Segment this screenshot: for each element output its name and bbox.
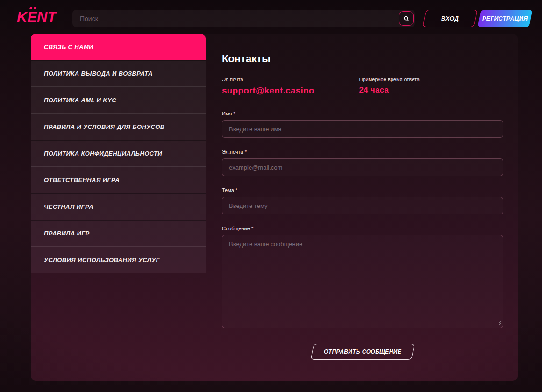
message-textarea[interactable] — [222, 235, 503, 328]
sidebar-item-6[interactable]: ЧЕСТНАЯ ИГРА — [31, 193, 206, 220]
kent-logo[interactable]: KENT — [17, 8, 56, 26]
email-field-group: Эл.почта* — [222, 149, 503, 176]
sidebar-item-label: УСЛОВИЯ ИСПОЛЬЗОВАНИЯ УСЛУГ — [44, 257, 160, 264]
main-panel: СВЯЗЬ С НАМИ ПОЛИТИКА ВЫВОДА И ВОЗВРАТА … — [31, 34, 518, 381]
sidebar-item-label: СВЯЗЬ С НАМИ — [44, 43, 93, 50]
register-button-label: РЕГИСТРАЦИЯ — [482, 15, 528, 22]
email-field-label: Эл.почта — [222, 149, 243, 155]
message-field-label: Сообщение — [222, 226, 250, 231]
sidebar-item-label: ПРАВИЛА ИГР — [44, 230, 90, 237]
sidebar-item-8[interactable]: УСЛОВИЯ ИСПОЛЬЗОВАНИЯ УСЛУГ — [31, 247, 206, 273]
contact-info-row: Эл.почта support@kent.casino Примерное в… — [222, 77, 518, 96]
subject-field-label: Тема — [222, 187, 234, 193]
response-time-value: 24 часа — [359, 86, 420, 95]
sidebar-item-0[interactable]: СВЯЗЬ С НАМИ — [31, 34, 206, 60]
logo-crown-icon: E — [27, 8, 37, 26]
sidebar-item-2[interactable]: ПОЛИТИКА AML И KYC — [31, 87, 206, 114]
sidebar-item-label: ЧЕСТНАЯ ИГРА — [44, 203, 93, 210]
submit-message-button[interactable]: ОТПРАВИТЬ СООБЩЕНИЕ — [311, 344, 415, 360]
required-asterisk: * — [245, 149, 247, 155]
email-input[interactable] — [222, 158, 503, 176]
login-button[interactable]: ВХОД — [422, 10, 477, 27]
sidebar-item-7[interactable]: ПРАВИЛА ИГР — [31, 220, 206, 247]
sidebar-item-3[interactable]: ПРАВИЛА И УСЛОВИЯ ДЛЯ БОНУСОВ — [31, 114, 206, 140]
subject-input[interactable] — [222, 197, 503, 214]
message-field-group: Сообщение* — [222, 226, 503, 330]
sidebar-item-label: ПОЛИТИКА ВЫВОДА И ВОЗВРАТА — [44, 70, 153, 77]
header: KENT ВХОД РЕГИСТРАЦИЯ — [0, 0, 542, 33]
page-title: Контакты — [222, 53, 518, 65]
support-email[interactable]: support@kent.casino — [222, 86, 314, 96]
sidebar-item-label: ПОЛИТИКА КОНФИДЕНЦИАЛЬНОСТИ — [44, 150, 162, 157]
search-bar — [72, 10, 415, 27]
sidebar-item-1[interactable]: ПОЛИТИКА ВЫВОДА И ВОЗВРАТА — [31, 60, 206, 87]
email-info: Эл.почта support@kent.casino — [222, 77, 314, 96]
search-input[interactable] — [72, 10, 415, 27]
search-icon — [403, 15, 410, 22]
login-button-label: ВХОД — [441, 15, 459, 22]
contact-form: Имя* Эл.почта* Тема* Сообщение* — [222, 111, 518, 360]
sidebar-item-label: ПОЛИТИКА AML И KYC — [44, 97, 116, 104]
response-time-info: Примерное время ответа 24 часа — [359, 77, 420, 96]
sidebar: СВЯЗЬ С НАМИ ПОЛИТИКА ВЫВОДА И ВОЗВРАТА … — [31, 34, 206, 273]
email-info-label: Эл.почта — [222, 77, 314, 82]
sidebar-item-label: ПРАВИЛА И УСЛОВИЯ ДЛЯ БОНУСОВ — [44, 123, 165, 130]
required-asterisk: * — [235, 187, 237, 193]
submit-message-label: ОТПРАВИТЬ СООБЩЕНИЕ — [324, 349, 401, 355]
name-field-label: Имя — [222, 111, 232, 116]
contacts-section: Контакты Эл.почта support@kent.casino Пр… — [206, 34, 518, 381]
subject-field-group: Тема* — [222, 187, 503, 214]
search-button[interactable] — [399, 11, 414, 26]
response-time-label: Примерное время ответа — [359, 77, 420, 82]
name-field-group: Имя* — [222, 111, 503, 138]
register-button[interactable]: РЕГИСТРАЦИЯ — [478, 10, 532, 27]
sidebar-item-5[interactable]: ОТВЕТСТВЕННАЯ ИГРА — [31, 167, 206, 193]
name-input[interactable] — [222, 120, 503, 138]
sidebar-item-4[interactable]: ПОЛИТИКА КОНФИДЕНЦИАЛЬНОСТИ — [31, 140, 206, 167]
sidebar-item-label: ОТВЕТСТВЕННАЯ ИГРА — [44, 177, 120, 184]
required-asterisk: * — [251, 226, 253, 231]
required-asterisk: * — [233, 111, 235, 116]
